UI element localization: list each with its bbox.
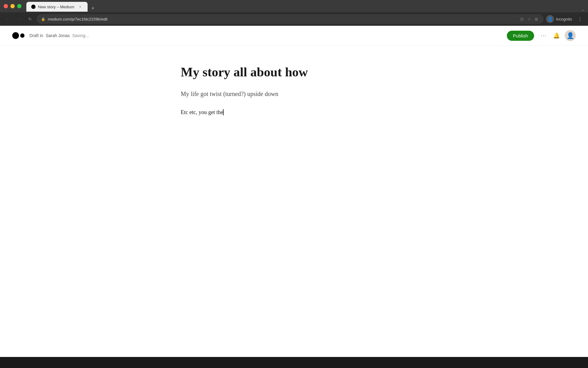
address-bar-icons: ⊡ ☆ ⊞: [519, 16, 539, 22]
active-tab[interactable]: New story – Medium ×: [26, 2, 88, 12]
incognito-area: 👤 Incognito: [546, 15, 572, 23]
tab-close-button[interactable]: ×: [78, 4, 83, 9]
publish-button[interactable]: Publish: [507, 31, 534, 41]
bell-icon: 🔔: [553, 33, 560, 39]
address-bar[interactable]: 🔒 medium.com/p/7ec1fdc2159b/edit ⊡ ☆ ⊞: [37, 14, 544, 24]
back-button[interactable]: ←: [4, 15, 12, 23]
medium-logo-small-circle: [20, 33, 24, 38]
avatar-icon: 👤: [567, 32, 574, 39]
header-actions: Publish ··· 🔔 👤: [507, 30, 576, 41]
split-view-icon[interactable]: ⊞: [533, 16, 539, 22]
lock-icon: 🔒: [41, 17, 45, 21]
new-tab-button[interactable]: +: [89, 5, 97, 12]
url-text: medium.com/p/7ec1fdc2159b/edit: [48, 17, 517, 21]
profile-icon: 👤: [548, 17, 553, 21]
browser-window: New story – Medium × + ⌄ ← → ↻ 🔒 medium.…: [0, 0, 588, 357]
window-controls: [4, 4, 21, 8]
cast-icon[interactable]: ⊡: [519, 16, 525, 22]
bookmark-icon[interactable]: ☆: [526, 16, 532, 22]
medium-header: Draft in Sarah Jonas Saving... Publish ·…: [0, 26, 588, 46]
tab-title: New story – Medium: [38, 5, 75, 9]
browser-toolbar-right: 👤 Incognito ⋮: [546, 15, 584, 23]
draft-label: Draft in: [29, 33, 43, 38]
incognito-profile-icon: 👤: [546, 15, 554, 23]
minimize-window-button[interactable]: [10, 4, 15, 8]
notifications-button[interactable]: 🔔: [553, 32, 560, 39]
browser-menu-button[interactable]: ⋮: [576, 15, 584, 23]
text-cursor: [223, 109, 224, 115]
medium-tab-favicon: [31, 5, 36, 9]
page-content: Draft in Sarah Jonas Saving... Publish ·…: [0, 26, 588, 357]
tab-favicon: [31, 5, 36, 9]
tab-expand-button[interactable]: ⌄: [581, 7, 584, 12]
author-name: Sarah Jonas: [46, 33, 70, 38]
body-text: Etc etc, you get the: [181, 109, 223, 115]
refresh-button[interactable]: ↻: [26, 15, 34, 23]
medium-logo: [12, 32, 24, 39]
incognito-label: Incognito: [556, 17, 572, 21]
story-title[interactable]: My story all about how: [181, 64, 407, 80]
story-subtitle[interactable]: My life got twist (turned?) upside down: [181, 89, 407, 99]
close-window-button[interactable]: [4, 4, 8, 8]
maximize-window-button[interactable]: [17, 4, 21, 8]
address-bar-row: ← → ↻ 🔒 medium.com/p/7ec1fdc2159b/edit ⊡…: [0, 12, 588, 26]
forward-icon: →: [17, 17, 21, 21]
draft-info: Draft in Sarah Jonas Saving...: [29, 33, 89, 38]
editor-area: My story all about how My life got twist…: [181, 46, 407, 136]
title-bar: New story – Medium × + ⌄: [0, 0, 588, 12]
refresh-icon: ↻: [28, 17, 32, 21]
tabs-bar: New story – Medium × + ⌄: [26, 1, 584, 12]
forward-button[interactable]: →: [15, 15, 23, 23]
story-body[interactable]: Etc etc, you get the: [181, 107, 407, 117]
saving-status: Saving...: [72, 33, 89, 38]
medium-logo-big-circle: [12, 32, 19, 39]
more-options-button[interactable]: ···: [539, 31, 548, 40]
back-icon: ←: [6, 17, 10, 21]
user-avatar-button[interactable]: 👤: [565, 30, 576, 41]
